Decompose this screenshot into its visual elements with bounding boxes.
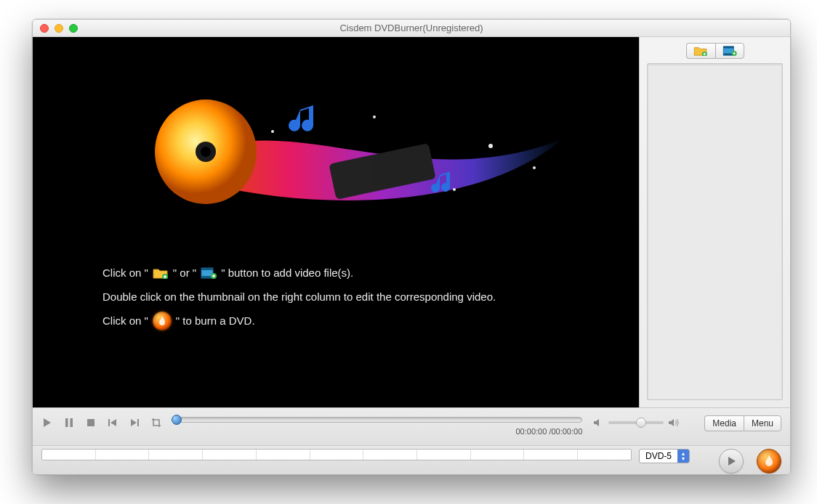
storage-meter — [41, 449, 632, 460]
storage-label: Used Storage(0.0M)/Total Storage(4.7G) — [41, 473, 185, 475]
hero-artwork — [113, 66, 578, 233]
play-button[interactable] — [41, 417, 53, 428]
app-window: Cisdem DVDBurner(Unregistered) — [32, 19, 791, 475]
seek-slider[interactable] — [172, 417, 582, 423]
add-video-button[interactable] — [715, 43, 744, 59]
svg-rect-23 — [137, 419, 139, 426]
svg-point-8 — [453, 188, 456, 191]
content-area: Click on " " or " " button to add video … — [33, 37, 790, 407]
bottom-bar: Used Storage(0.0M)/Total Storage(4.7G) D… — [33, 445, 790, 474]
svg-rect-11 — [201, 268, 213, 270]
tab-media[interactable]: Media — [704, 415, 744, 431]
svg-rect-22 — [108, 419, 110, 426]
storage-segment — [203, 450, 257, 460]
svg-point-5 — [373, 115, 376, 118]
storage-segment — [149, 450, 203, 460]
storage-segment — [257, 450, 310, 460]
instruction-text: " or " — [173, 261, 196, 285]
instruction-text: " button to add video file(s). — [221, 261, 353, 285]
prev-button[interactable] — [107, 417, 118, 428]
seek-knob[interactable] — [172, 415, 182, 425]
instruction-text: Double click on the thumbnail on the rig… — [102, 285, 496, 309]
storage-segment — [310, 450, 364, 460]
time-display: 00:00:00 /00:00:00 — [172, 427, 582, 436]
svg-rect-19 — [65, 418, 68, 427]
preview-play-button[interactable] — [719, 449, 744, 473]
svg-point-7 — [533, 166, 536, 169]
stepper-arrows-icon: ▲▼ — [677, 450, 689, 463]
burn-icon — [153, 312, 172, 330]
svg-point-6 — [488, 144, 493, 148]
storage-segment — [417, 450, 471, 460]
titlebar: Cisdem DVDBurner(Unregistered) — [33, 20, 790, 37]
next-button[interactable] — [129, 417, 140, 428]
window-title: Cisdem DVDBurner(Unregistered) — [33, 23, 790, 33]
pause-button[interactable] — [63, 417, 75, 428]
svg-rect-16 — [723, 46, 733, 49]
preview-area: Click on " " or " " button to add video … — [33, 37, 639, 407]
storage-segment — [471, 450, 525, 460]
storage-segment — [42, 450, 96, 460]
stop-button[interactable] — [85, 417, 97, 428]
add-folder-button[interactable] — [686, 43, 715, 59]
sidebar — [639, 37, 790, 407]
disc-type-value: DVD-5 — [640, 451, 677, 461]
storage-segment — [363, 450, 417, 460]
playback-bar: 00:00:00 /00:00:00 Media Menu — [33, 407, 790, 445]
folder-add-icon — [153, 267, 169, 280]
instruction-text: Click on " — [102, 309, 148, 333]
svg-rect-20 — [71, 418, 73, 427]
volume-up-icon[interactable] — [668, 417, 680, 428]
volume-slider[interactable] — [608, 421, 664, 424]
video-add-icon — [201, 267, 217, 280]
burn-button[interactable] — [757, 449, 781, 473]
volume-down-icon[interactable] — [592, 417, 604, 428]
instruction-text: " to burn a DVD. — [176, 309, 255, 333]
storage-segment — [578, 450, 631, 460]
crop-button[interactable] — [150, 417, 162, 428]
svg-point-4 — [271, 130, 274, 133]
storage-segment — [524, 450, 578, 460]
svg-rect-21 — [87, 419, 94, 426]
disc-type-select[interactable]: DVD-5 ▲▼ — [639, 449, 690, 463]
thumbnail-list[interactable] — [647, 63, 783, 400]
svg-point-2 — [201, 147, 211, 157]
volume-knob[interactable] — [636, 418, 646, 428]
instruction-text: Click on " — [102, 261, 148, 285]
tab-menu[interactable]: Menu — [744, 415, 781, 431]
storage-segment — [96, 450, 150, 460]
instructions: Click on " " or " " button to add video … — [102, 261, 496, 333]
